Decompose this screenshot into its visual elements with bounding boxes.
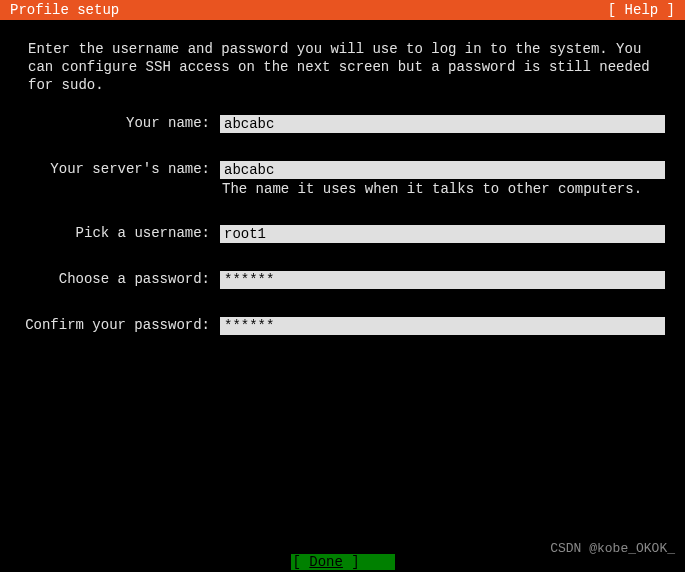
- confirm-password-input[interactable]: ******: [220, 317, 665, 335]
- server-name-hint: The name it uses when it talks to other …: [220, 181, 665, 197]
- form-row-password: Choose a password: ******: [20, 271, 665, 289]
- page-title: Profile setup: [6, 2, 119, 18]
- main-content: Enter the username and password you will…: [0, 20, 685, 383]
- name-label: Your name:: [20, 115, 220, 131]
- password-label: Choose a password:: [20, 271, 220, 287]
- confirm-password-label: Confirm your password:: [20, 317, 220, 333]
- name-input[interactable]: abcabc: [220, 115, 665, 133]
- server-name-field-wrapper: abcabc The name it uses when it talks to…: [220, 161, 665, 197]
- username-label: Pick a username:: [20, 225, 220, 241]
- done-label: Done: [309, 554, 343, 570]
- form-row-confirm-password: Confirm your password: ******: [20, 317, 665, 335]
- header-bar: Profile setup [ Help ]: [0, 0, 685, 20]
- name-field-wrapper: abcabc: [220, 115, 665, 133]
- form-row-username: Pick a username: root1: [20, 225, 665, 243]
- username-input[interactable]: root1: [220, 225, 665, 243]
- done-button[interactable]: [ Done ]: [291, 554, 395, 570]
- password-field-wrapper: ******: [220, 271, 665, 289]
- server-name-label: Your server's name:: [20, 161, 220, 177]
- done-suffix: ]: [343, 554, 360, 570]
- password-input[interactable]: ******: [220, 271, 665, 289]
- done-prefix: [: [293, 554, 310, 570]
- form-row-name: Your name: abcabc: [20, 115, 665, 133]
- help-button[interactable]: [ Help ]: [608, 2, 679, 18]
- footer: [ Done ] CSDN @kobe_OKOK_: [0, 546, 685, 572]
- server-name-input[interactable]: abcabc: [220, 161, 665, 179]
- watermark: CSDN @kobe_OKOK_: [550, 541, 675, 556]
- form-row-server-name: Your server's name: abcabc The name it u…: [20, 161, 665, 197]
- confirm-password-field-wrapper: ******: [220, 317, 665, 335]
- description-text: Enter the username and password you will…: [20, 40, 665, 95]
- username-field-wrapper: root1: [220, 225, 665, 243]
